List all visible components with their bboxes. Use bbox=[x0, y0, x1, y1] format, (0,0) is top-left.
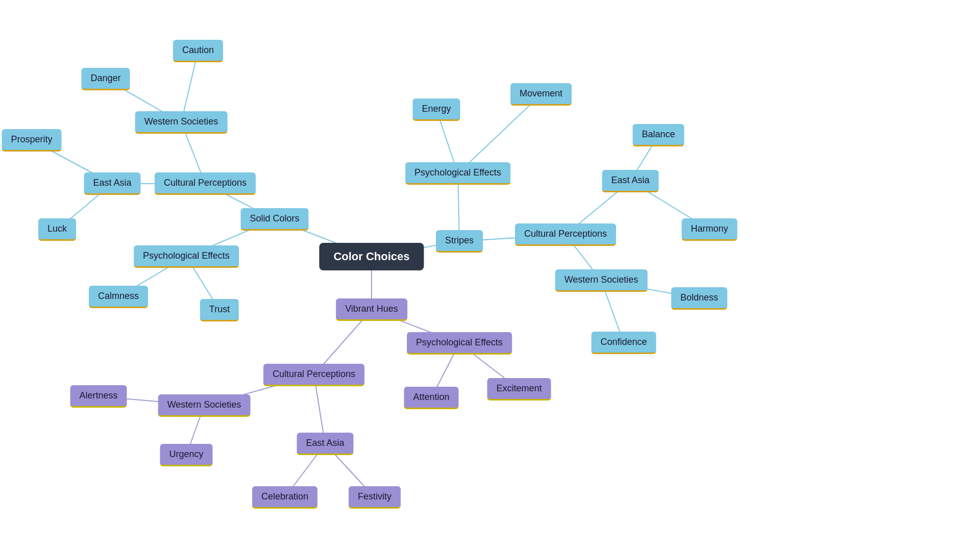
node-danger[interactable]: Danger bbox=[81, 68, 130, 90]
node-boldness[interactable]: Boldness bbox=[671, 287, 727, 310]
node-western-societies-2[interactable]: Western Societies bbox=[555, 269, 648, 292]
node-excitement[interactable]: Excitement bbox=[487, 378, 551, 400]
node-western-societies-1[interactable]: Western Societies bbox=[135, 111, 228, 134]
node-prosperity[interactable]: Prosperity bbox=[2, 129, 61, 152]
node-celebration[interactable]: Celebration bbox=[252, 486, 317, 509]
node-east-asia-1[interactable]: East Asia bbox=[84, 172, 140, 195]
center-node[interactable]: Color Choices bbox=[319, 243, 424, 270]
node-east-asia-3[interactable]: East Asia bbox=[297, 433, 353, 455]
node-balance[interactable]: Balance bbox=[632, 124, 684, 146]
node-energy[interactable]: Energy bbox=[412, 98, 460, 121]
node-solid-colors[interactable]: Solid Colors bbox=[240, 208, 308, 231]
node-caution[interactable]: Caution bbox=[173, 40, 223, 62]
node-cultural-perceptions-3[interactable]: Cultural Perceptions bbox=[263, 364, 364, 386]
node-urgency[interactable]: Urgency bbox=[160, 444, 212, 466]
node-east-asia-2[interactable]: East Asia bbox=[602, 170, 658, 192]
node-psychological-effects-1[interactable]: Psychological Effects bbox=[134, 245, 239, 268]
connection-lines bbox=[0, 0, 980, 551]
node-attention[interactable]: Attention bbox=[404, 387, 458, 409]
node-stripes[interactable]: Stripes bbox=[436, 230, 483, 253]
node-psychological-effects-3[interactable]: Psychological Effects bbox=[407, 332, 512, 355]
node-festivity[interactable]: Festivity bbox=[349, 486, 401, 509]
node-western-societies-3[interactable]: Western Societies bbox=[158, 394, 251, 417]
node-trust[interactable]: Trust bbox=[200, 299, 239, 321]
mindmap-canvas: Color ChoicesSolid ColorsStripesVibrant … bbox=[0, 0, 980, 551]
node-harmony[interactable]: Harmony bbox=[681, 218, 737, 241]
node-alertness[interactable]: Alertness bbox=[70, 385, 127, 408]
node-confidence[interactable]: Confidence bbox=[591, 332, 656, 354]
node-calmness[interactable]: Calmness bbox=[89, 286, 148, 308]
node-luck[interactable]: Luck bbox=[38, 218, 76, 241]
node-movement[interactable]: Movement bbox=[510, 83, 572, 106]
node-cultural-perceptions-2[interactable]: Cultural Perceptions bbox=[515, 223, 616, 246]
edge-line bbox=[458, 94, 541, 173]
node-vibrant-hues[interactable]: Vibrant Hues bbox=[336, 298, 407, 321]
node-psychological-effects-2[interactable]: Psychological Effects bbox=[405, 162, 510, 185]
node-cultural-perceptions-1[interactable]: Cultural Perceptions bbox=[155, 172, 256, 195]
